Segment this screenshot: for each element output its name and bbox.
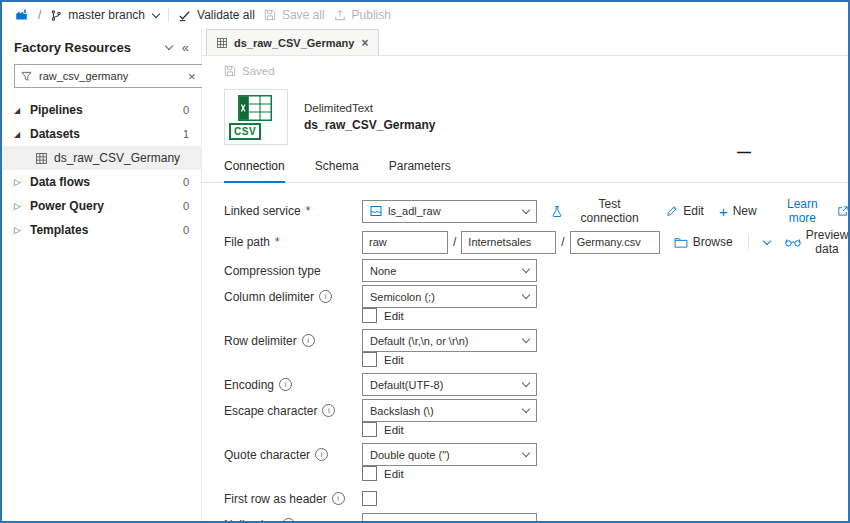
dropdown-value: Default(UTF-8): [370, 379, 517, 391]
file-path-file-input[interactable]: [570, 231, 660, 254]
form-row-compression-type: Compression type None: [224, 259, 848, 282]
row-delimiter-dropdown[interactable]: Default (\r,\n, or \r\n): [362, 329, 537, 352]
table-grid-icon: [217, 38, 227, 48]
save-all-label: Save all: [282, 8, 325, 22]
label-text: Null value: [224, 518, 277, 522]
quote-character-edit-checkbox[interactable]: [362, 466, 377, 481]
test-connection-button[interactable]: Test connection: [551, 197, 651, 225]
info-icon[interactable]: [319, 290, 332, 303]
file-path-label: File path *: [224, 235, 362, 249]
data-factory-logo[interactable]: [14, 8, 29, 22]
edit-checkbox-label: Edit: [384, 424, 404, 436]
learn-more-link[interactable]: Learn more: [772, 197, 848, 225]
dataset-type: DelimitedText: [304, 102, 435, 114]
label-text: First row as header: [224, 492, 327, 506]
tree-expanded-icon[interactable]: ◢: [14, 130, 30, 139]
tree-expanded-icon[interactable]: ◢: [14, 106, 30, 115]
tree-collapsed-icon[interactable]: ▷: [14, 177, 30, 187]
new-linked-service-button[interactable]: + New: [719, 204, 757, 219]
info-icon[interactable]: [282, 518, 295, 521]
properties-panel-toggle[interactable]: —: [737, 144, 751, 160]
row-delimiter-label: Row delimiter: [224, 334, 362, 348]
publish-label: Publish: [352, 8, 391, 22]
info-icon[interactable]: [315, 448, 328, 461]
form-row-encoding: Encoding Default(UTF-8): [224, 373, 848, 396]
sidebar-item-data-flows[interactable]: ▷ Data flows 0: [2, 170, 201, 194]
close-tab-icon[interactable]: ×: [361, 37, 368, 49]
branch-selector[interactable]: master branch: [50, 8, 159, 22]
row-delimiter-edit-checkbox[interactable]: [362, 352, 377, 367]
delimited-text-csv-icon: CSV: [224, 89, 288, 145]
tab-parameters[interactable]: Parameters: [389, 159, 451, 182]
quote-character-edit-row: Edit: [362, 466, 848, 481]
tab-schema[interactable]: Schema: [315, 159, 359, 182]
dataset-item-label: ds_raw_CSV_Germany: [54, 151, 180, 165]
file-path-directory-input[interactable]: [461, 231, 556, 254]
top-command-bar: / master branch Validate all Save all: [2, 2, 848, 29]
open-tabs-strip: ds_raw_CSV_Germany ×: [202, 28, 848, 56]
sidebar-item-dataset-ds-raw-csv-germany[interactable]: ds_raw_CSV_Germany: [2, 146, 201, 170]
tab-connection[interactable]: Connection: [224, 159, 285, 183]
escape-character-dropdown[interactable]: Backslash (\): [362, 399, 537, 422]
info-icon[interactable]: [332, 492, 345, 505]
templates-count: 0: [183, 224, 189, 236]
sidebar-item-power-query[interactable]: ▷ Power Query 0: [2, 194, 201, 218]
save-icon: [264, 9, 276, 21]
validate-all-button[interactable]: Validate all: [178, 8, 255, 22]
column-delimiter-edit-checkbox[interactable]: [362, 308, 377, 323]
preview-data-button[interactable]: Preview data: [785, 228, 848, 256]
save-icon: [224, 65, 236, 77]
escape-character-edit-row: Edit: [362, 422, 848, 437]
csv-badge: CSV: [229, 123, 261, 140]
compression-type-label: Compression type: [224, 264, 362, 278]
edit-linked-service-button[interactable]: Edit: [666, 204, 704, 218]
quote-character-dropdown[interactable]: Double quote ("): [362, 443, 537, 466]
compression-type-dropdown[interactable]: None: [362, 259, 537, 282]
linked-service-dropdown[interactable]: ls_adl_raw: [362, 200, 537, 223]
collapse-panel-icon[interactable]: «: [182, 41, 189, 54]
save-all-button[interactable]: Save all: [264, 8, 325, 22]
dropdown-value: Backslash (\): [370, 405, 517, 417]
pipelines-count: 0: [183, 104, 189, 116]
column-delimiter-dropdown[interactable]: Semicolon (;): [362, 285, 537, 308]
plus-icon: +: [719, 204, 728, 219]
sidebar-item-pipelines[interactable]: ◢ Pipelines 0: [2, 98, 201, 122]
form-row-row-delimiter: Row delimiter Default (\r,\n, or \r\n): [224, 329, 848, 352]
tree-collapsed-icon[interactable]: ▷: [14, 201, 30, 211]
sidebar-item-templates[interactable]: ▷ Templates 0: [2, 218, 201, 242]
new-label: New: [733, 204, 757, 218]
clear-search-icon[interactable]: ×: [188, 70, 196, 83]
test-connection-label: Test connection: [568, 197, 651, 225]
column-delimiter-label: Column delimiter: [224, 290, 362, 304]
validate-all-label: Validate all: [197, 8, 255, 22]
encoding-dropdown[interactable]: Default(UTF-8): [362, 373, 537, 396]
escape-character-label: Escape character: [224, 404, 362, 418]
null-value-input[interactable]: [362, 513, 537, 521]
browse-dropdown-chevron[interactable]: [762, 236, 770, 244]
dropdown-value: Semicolon (;): [370, 291, 517, 303]
escape-character-edit-checkbox[interactable]: [362, 422, 377, 437]
form-row-file-path: File path * / / Browse: [224, 228, 848, 256]
first-row-header-checkbox[interactable]: [362, 491, 377, 506]
path-separator: /: [561, 235, 564, 249]
linked-service-actions: Test connection Edit + New Learn more: [551, 197, 848, 225]
form-row-quote-character: Quote character Double quote ("): [224, 443, 848, 466]
chevron-down-icon: [522, 449, 530, 457]
browse-button[interactable]: Browse: [674, 235, 733, 249]
sidebar-item-datasets[interactable]: ◢ Datasets 1: [2, 122, 201, 146]
info-icon[interactable]: [302, 334, 315, 347]
dataset-name: ds_raw_CSV_Germany: [304, 118, 435, 132]
form-row-first-row-header: First row as header: [224, 487, 848, 510]
label-text: Row delimiter: [224, 334, 297, 348]
collapse-sections-icon[interactable]: [165, 42, 173, 50]
info-icon[interactable]: [279, 378, 292, 391]
publish-button[interactable]: Publish: [334, 8, 391, 22]
resource-search-input[interactable]: [37, 69, 183, 83]
panel-title: Factory Resources: [14, 40, 166, 55]
file-path-container-input[interactable]: [362, 231, 448, 254]
tab-ds-raw-csv-germany[interactable]: ds_raw_CSV_Germany ×: [206, 29, 379, 55]
filter-icon: [21, 71, 32, 82]
info-icon[interactable]: [322, 404, 335, 417]
tree-collapsed-icon[interactable]: ▷: [14, 225, 30, 235]
chevron-down-icon: [522, 205, 530, 213]
